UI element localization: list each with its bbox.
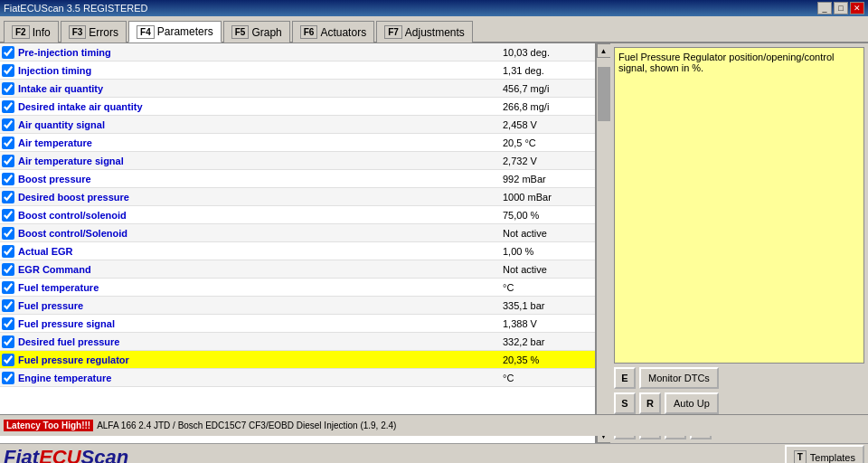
table-row[interactable]: EGR Command Not active (0, 260, 595, 279)
auto-up-key-r[interactable]: R (639, 392, 661, 414)
auto-up-key-s[interactable]: S (614, 392, 636, 414)
right-panel: Fuel Pressure Regulator position/opening… (610, 43, 868, 443)
param-checkbox[interactable] (2, 209, 14, 222)
table-row[interactable]: Injection timing 1,31 deg. (0, 61, 595, 80)
table-row[interactable]: Desired fuel pressure 332,2 bar (0, 333, 595, 351)
param-checkbox[interactable] (2, 64, 14, 77)
info-box-text: Fuel Pressure Regulator position/opening… (618, 52, 834, 73)
param-checkbox[interactable] (2, 227, 14, 240)
param-value: 1000 mBar (503, 192, 593, 203)
tab-key-F4: F4 (137, 25, 155, 39)
param-checkbox[interactable] (2, 137, 14, 149)
param-checkbox[interactable] (2, 155, 14, 167)
tab-adjustments[interactable]: F7Adjustments (376, 21, 473, 43)
tab-label: Actuators (320, 26, 366, 39)
param-checkbox[interactable] (2, 372, 14, 384)
tab-label: Parameters (157, 25, 213, 38)
param-value: 266,8 mg/i (503, 101, 593, 112)
tab-errors[interactable]: F3Errors (61, 21, 127, 43)
param-checkbox[interactable] (2, 46, 14, 59)
param-checkbox[interactable] (2, 317, 14, 330)
param-checkbox[interactable] (2, 335, 14, 348)
table-row[interactable]: Desired boost pressure 1000 mBar (0, 188, 595, 206)
param-value: 335,1 bar (503, 300, 593, 311)
tab-key-F3: F3 (69, 25, 87, 39)
table-row[interactable]: Fuel pressure regulator 20,35 % (0, 351, 595, 369)
param-checkbox[interactable] (2, 263, 14, 276)
param-name: EGR Command (18, 264, 503, 275)
param-name: Air quantity signal (18, 119, 503, 130)
param-checkbox[interactable] (2, 354, 14, 366)
scroll-thumb[interactable] (598, 67, 610, 121)
auto-up-button[interactable]: Auto Up (665, 392, 719, 414)
status-text: ALFA 166 2.4 JTD / Bosch EDC15C7 CF3/EOB… (97, 420, 396, 430)
maximize-button[interactable]: □ (834, 2, 848, 14)
param-checkbox[interactable] (2, 245, 14, 258)
param-checkbox[interactable] (2, 299, 14, 312)
param-value: Not active (503, 228, 593, 239)
table-row[interactable]: Fuel temperature °C (0, 279, 595, 297)
param-name: Desired fuel pressure (18, 336, 503, 347)
param-value: 10,03 deg. (503, 47, 593, 58)
table-row[interactable]: Desired intake air quantity 266,8 mg/i (0, 98, 595, 116)
table-row[interactable]: Fuel pressure signal 1,388 V (0, 315, 595, 333)
param-name: Boost control/solenoid (18, 210, 503, 221)
tab-key-F7: F7 (384, 25, 402, 39)
table-row[interactable]: Engine temperature °C (0, 369, 595, 387)
table-row[interactable]: Fuel pressure 335,1 bar (0, 297, 595, 315)
tab-bar: F2InfoF3ErrorsF4ParametersF5GraphF6Actua… (0, 16, 868, 43)
templates-key: T (794, 450, 807, 463)
param-value: 1,31 deg. (503, 65, 593, 76)
info-box: Fuel Pressure Regulator position/opening… (614, 47, 864, 364)
param-checkbox[interactable] (2, 100, 14, 113)
param-value: 1,388 V (503, 318, 593, 329)
param-checkbox[interactable] (2, 82, 14, 95)
monitor-dtcs-button[interactable]: Monitor DTCs (639, 367, 719, 389)
tab-parameters[interactable]: F4Parameters (128, 21, 222, 43)
logo: FiatECUScan (4, 446, 128, 464)
table-row[interactable]: Boost pressure 992 mBar (0, 170, 595, 188)
tab-key-F2: F2 (12, 25, 30, 39)
param-name: Fuel temperature (18, 282, 503, 293)
minimize-button[interactable]: _ (817, 2, 832, 14)
table-row[interactable]: Air temperature 20,5 °C (0, 134, 595, 152)
parameter-list: Pre-injection timing 10,03 deg. Injectio… (0, 43, 595, 443)
tab-key-F6: F6 (300, 25, 318, 39)
param-checkbox[interactable] (2, 118, 14, 131)
param-name: Engine temperature (18, 373, 503, 383)
param-checkbox[interactable] (2, 191, 14, 203)
tab-key-F5: F5 (231, 25, 250, 39)
param-name: Desired intake air quantity (18, 101, 503, 112)
param-name: Injection timing (18, 65, 503, 76)
tab-label: Errors (89, 26, 118, 39)
param-value: Not active (503, 264, 593, 275)
table-row[interactable]: Boost control/Solenoid Not active (0, 224, 595, 242)
param-value: 2,458 V (503, 119, 593, 130)
scrollbar[interactable]: ▲ ▼ (596, 43, 610, 443)
close-button[interactable]: ✕ (850, 2, 864, 14)
table-row[interactable]: Air temperature signal 2,732 V (0, 152, 595, 170)
param-checkbox[interactable] (2, 281, 14, 294)
param-name: Air temperature (18, 137, 503, 148)
scroll-up-arrow[interactable]: ▲ (597, 43, 611, 58)
param-name: Desired boost pressure (18, 192, 503, 203)
templates-button[interactable]: T Templates (785, 445, 864, 464)
table-row[interactable]: Air quantity signal 2,458 V (0, 116, 595, 134)
window-title: FiatECUScan 3.5 REGISTERED (4, 3, 148, 14)
param-name: Boost control/Solenoid (18, 228, 503, 239)
table-row[interactable]: Actual EGR 1,00 % (0, 242, 595, 260)
table-row[interactable]: Pre-injection timing 10,03 deg. (0, 43, 595, 61)
monitor-dtcs-key[interactable]: E (614, 367, 636, 389)
auto-up-row: S R Auto Up (614, 392, 864, 414)
param-value: 20,5 °C (503, 137, 593, 148)
tab-label: Info (33, 26, 51, 39)
param-value: 75,00 % (503, 210, 593, 221)
tab-label: Adjustments (405, 26, 465, 39)
tab-actuators[interactable]: F6Actuators (292, 21, 374, 43)
tab-graph[interactable]: F5Graph (223, 21, 290, 43)
table-row[interactable]: Intake air quantity 456,7 mg/i (0, 80, 595, 98)
param-value: °C (503, 373, 593, 383)
tab-info[interactable]: F2Info (4, 21, 59, 43)
table-row[interactable]: Boost control/solenoid 75,00 % (0, 206, 595, 224)
param-checkbox[interactable] (2, 173, 14, 185)
